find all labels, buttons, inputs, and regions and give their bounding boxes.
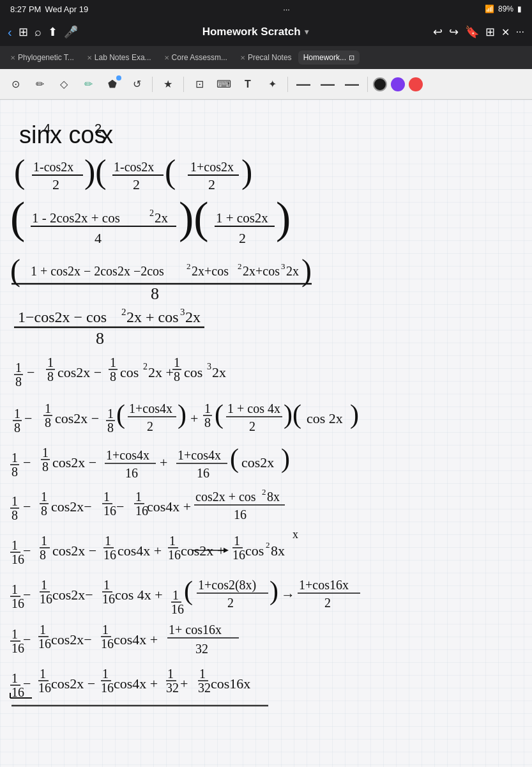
svg-text:cos: cos — [120, 364, 139, 380]
tab-lab-notes[interactable]: ✕ Lab Notes Exa... — [80, 50, 156, 65]
svg-text:(: ( — [10, 253, 20, 288]
svg-text:16: 16 — [38, 681, 51, 695]
svg-text:32: 32 — [195, 642, 208, 656]
svg-text:cos2x: cos2x — [241, 454, 274, 470]
svg-text:8: 8 — [41, 504, 47, 518]
svg-text:−: − — [23, 587, 31, 603]
svg-text:cos: cos — [245, 543, 264, 559]
svg-text:): ) — [276, 193, 291, 242]
close-button[interactable]: ✕ — [501, 26, 510, 38]
svg-text:cos2x −: cos2x − — [51, 676, 95, 692]
back-button[interactable]: ‹ — [8, 25, 12, 40]
eraser-tool[interactable]: ◇ — [54, 74, 74, 95]
svg-text:8x: 8x — [267, 490, 280, 504]
tab-homework[interactable]: Homework... ⊡ — [298, 50, 360, 65]
dash-style-3[interactable]: — — [342, 74, 362, 95]
svg-text:−: − — [23, 543, 31, 559]
toolbar-sep-1 — [152, 77, 153, 92]
pen-tool[interactable]: ✏ — [29, 74, 50, 95]
shapes-tool[interactable]: ⬟ — [102, 74, 123, 95]
svg-text:1 + cos2x: 1 + cos2x — [216, 210, 268, 226]
wand-tool[interactable]: ✦ — [262, 74, 282, 95]
svg-text:2x+cos: 2x+cos — [192, 264, 229, 278]
svg-text:): ) — [241, 153, 252, 190]
svg-text:(: ( — [10, 193, 25, 242]
svg-text:8: 8 — [47, 369, 54, 384]
tab-close-phylogenetic[interactable]: ✕ — [10, 54, 15, 61]
svg-text:1: 1 — [102, 623, 109, 637]
svg-text:cos4x +: cos4x + — [147, 499, 191, 515]
svg-text:16: 16 — [101, 681, 114, 695]
svg-text:2x: 2x — [155, 210, 169, 226]
svg-text:16: 16 — [171, 602, 184, 616]
text-tool[interactable]: T — [238, 74, 258, 95]
keyboard-tool[interactable]: ⌨ — [213, 74, 234, 95]
svg-text:8: 8 — [42, 460, 49, 474]
tab-icon-homework: ⊡ — [349, 54, 354, 62]
nav-title: Homework Scratch — [202, 26, 301, 38]
svg-text:cos2x−: cos2x− — [51, 499, 92, 515]
svg-text:16: 16 — [103, 548, 116, 562]
status-center: ··· — [283, 4, 290, 14]
svg-text:1+cos4x: 1+cos4x — [129, 401, 172, 415]
svg-text:1: 1 — [172, 588, 179, 602]
grid-icon[interactable]: ⊞ — [19, 25, 28, 39]
mic-icon[interactable]: 🎤 — [64, 25, 78, 39]
svg-text:cos4x +: cos4x + — [114, 676, 158, 692]
svg-text:−: − — [23, 454, 31, 470]
svg-text:1: 1 — [47, 355, 54, 369]
svg-text:8: 8 — [11, 508, 18, 522]
svg-text:16: 16 — [103, 504, 116, 518]
svg-text:)(: )( — [84, 153, 107, 190]
svg-text:1: 1 — [45, 401, 51, 415]
color-red[interactable] — [409, 77, 423, 91]
toolbar-sep-2 — [183, 77, 184, 92]
svg-text:cos 2x: cos 2x — [307, 410, 343, 426]
highlighter-tool[interactable]: ✏ — [78, 74, 98, 95]
svg-text:): ) — [281, 444, 290, 474]
more-button[interactable]: ··· — [516, 26, 524, 38]
tab-close-precal[interactable]: ✕ — [240, 54, 245, 61]
lasso-tool[interactable]: ⊙ — [5, 74, 26, 95]
redo-button[interactable]: ↪ — [449, 25, 459, 39]
svg-text:2x + cos: 2x + cos — [126, 309, 179, 325]
svg-text:1+cos4x: 1+cos4x — [178, 448, 221, 462]
dash-style-1[interactable]: — — [293, 74, 314, 95]
svg-text:cos2x −: cos2x − — [52, 454, 96, 470]
svg-text:8: 8 — [45, 415, 51, 430]
tab-precal[interactable]: ✕ Precal Notes — [234, 50, 297, 65]
tab-label-phylogenetic: Phylogenetic T... — [18, 53, 74, 62]
svg-text:): ) — [350, 399, 359, 430]
svg-text:1: 1 — [15, 360, 22, 375]
time: 8:27 PM — [10, 4, 41, 14]
toolbar-sep-4 — [367, 77, 368, 92]
dropdown-icon[interactable]: ▾ — [305, 27, 308, 36]
svg-text:16: 16 — [11, 685, 24, 699]
toolbar-sep-3 — [287, 77, 288, 92]
tab-label-core: Core Assessm... — [172, 53, 227, 62]
star-tool[interactable]: ★ — [158, 74, 178, 95]
tab-close-core[interactable]: ✕ — [164, 54, 169, 61]
tab-label-precal: Precal Notes — [248, 53, 292, 62]
svg-text:1: 1 — [102, 667, 109, 681]
svg-text:32: 32 — [198, 681, 211, 695]
svg-text:16: 16 — [11, 641, 24, 655]
share-icon[interactable]: ⬆ — [48, 25, 57, 39]
svg-text:2: 2 — [227, 596, 234, 610]
bookmark-icon[interactable]: 🔖 — [465, 25, 479, 39]
add-button[interactable]: ⊞ — [485, 25, 495, 39]
image-tool[interactable]: ⊡ — [189, 74, 209, 95]
dash-style-2[interactable]: — — [317, 74, 338, 95]
color-purple[interactable] — [391, 77, 405, 91]
color-black[interactable] — [373, 77, 387, 91]
rotate-tool[interactable]: ↺ — [126, 74, 147, 95]
tab-core-assessm[interactable]: ✕ Core Assessm... — [158, 50, 232, 65]
tab-close-lab[interactable]: ✕ — [87, 54, 92, 61]
search-icon[interactable]: ⌕ — [34, 26, 42, 39]
svg-text:1+ cos16x: 1+ cos16x — [169, 623, 222, 637]
svg-text:16: 16 — [11, 596, 24, 610]
undo-button[interactable]: ↩ — [433, 25, 443, 39]
svg-text:−: − — [23, 631, 31, 647]
svg-text:1: 1 — [11, 494, 18, 508]
tab-phylogenetic[interactable]: ✕ Phylogenetic T... — [4, 50, 79, 65]
